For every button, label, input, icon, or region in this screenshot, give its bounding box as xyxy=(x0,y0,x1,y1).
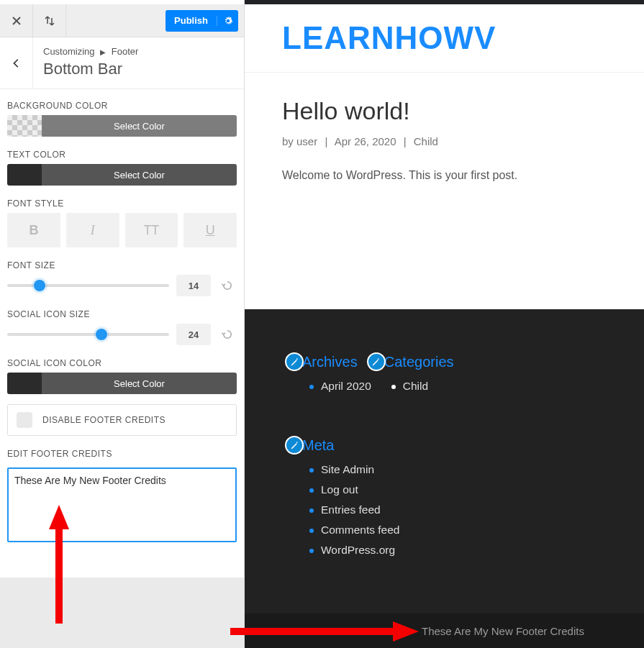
meta-widget: Meta Site AdminLog outEntries feedCommen… xyxy=(285,436,399,564)
breadcrumb-leaf: Footer xyxy=(112,46,139,57)
edit-credits-label: EDIT FOOTER CREDITS xyxy=(7,449,237,459)
close-icon xyxy=(11,15,22,27)
italic-button[interactable]: I xyxy=(66,213,119,247)
panel-footer-area xyxy=(0,578,244,648)
meta-by: by xyxy=(282,135,294,147)
meta-date: Apr 26, 2020 xyxy=(335,135,396,147)
close-button[interactable] xyxy=(0,4,33,37)
disable-credits-toggle[interactable]: DISABLE FOOTER CREDITS xyxy=(7,404,237,436)
swap-vert-icon xyxy=(44,15,55,27)
site-preview: LEARNHOWV Hello world! by user | Apr 26,… xyxy=(245,4,644,648)
list-item[interactable]: Entries feed xyxy=(309,503,399,516)
gear-icon[interactable] xyxy=(217,16,238,26)
footer-credits-input[interactable] xyxy=(7,467,237,542)
breadcrumb: Customizing ▶ Footer xyxy=(43,46,138,57)
list-item[interactable]: WordPress.org xyxy=(309,544,399,557)
text-color-label: TEXT COLOR xyxy=(7,150,237,160)
social-size-slider[interactable] xyxy=(7,327,169,342)
font-size-reset[interactable] xyxy=(218,279,237,292)
post-meta: by user | Apr 26, 2020 | Child xyxy=(282,135,644,147)
publish-label: Publish xyxy=(165,15,217,26)
list-item[interactable]: Log out xyxy=(309,483,399,496)
list-item[interactable]: April 2020 xyxy=(309,380,371,393)
font-style-label: FONT STYLE xyxy=(7,198,237,209)
text-select-color-button[interactable]: Select Color xyxy=(42,164,237,186)
pencil-icon xyxy=(290,357,299,367)
chevron-left-icon xyxy=(12,58,22,68)
back-button[interactable] xyxy=(0,37,33,88)
panel-header: Customizing ▶ Footer Bottom Bar xyxy=(0,37,244,89)
disable-credits-label: DISABLE FOOTER CREDITS xyxy=(42,415,165,425)
text-color-swatch xyxy=(7,164,42,186)
edit-widget-button[interactable] xyxy=(367,352,386,371)
underline-button[interactable]: U xyxy=(183,213,237,247)
social-size-value[interactable]: 24 xyxy=(176,324,211,345)
panel-topbar: Publish xyxy=(0,4,244,37)
edit-widget-button[interactable] xyxy=(285,352,304,371)
edit-widget-button[interactable] xyxy=(285,436,304,455)
footer-credits-output: These Are My New Footer Credits xyxy=(422,625,584,637)
archives-title: Archives xyxy=(302,354,358,370)
categories-title: Categories xyxy=(384,354,454,370)
archives-widget: Archives April 2020 xyxy=(285,352,371,400)
post-block: Hello world! by user | Apr 26, 2020 | Ch… xyxy=(245,73,644,182)
texttransform-button[interactable]: TT xyxy=(125,213,178,247)
font-size-slider[interactable] xyxy=(7,278,169,293)
social-color-label: SOCIAL ICON COLOR xyxy=(7,358,237,368)
undo-icon xyxy=(221,279,234,292)
meta-title: Meta xyxy=(302,437,334,454)
social-color-swatch xyxy=(7,373,42,394)
bg-color-control[interactable]: Select Color xyxy=(7,115,237,137)
categories-widget: Categories Child xyxy=(367,352,454,400)
post-title[interactable]: Hello world! xyxy=(282,97,644,125)
list-item[interactable]: Comments feed xyxy=(309,524,399,537)
font-style-group: B I TT U xyxy=(7,213,237,247)
bg-select-color-button[interactable]: Select Color xyxy=(42,115,237,137)
social-size-label: SOCIAL ICON SIZE xyxy=(7,309,237,319)
font-size-label: FONT SIZE xyxy=(7,260,237,270)
social-select-color-button[interactable]: Select Color xyxy=(42,373,237,394)
font-size-value[interactable]: 14 xyxy=(176,275,211,296)
text-color-control[interactable]: Select Color xyxy=(7,164,237,186)
panel-title: Bottom Bar xyxy=(43,60,138,78)
site-title[interactable]: LEARNHOWV xyxy=(245,4,644,72)
pencil-icon xyxy=(371,357,381,367)
footer-bottom-bar: These Are My New Footer Credits xyxy=(245,613,644,648)
undo-icon xyxy=(221,328,234,341)
site-footer: Archives April 2020 Categories Child Met… xyxy=(245,309,644,648)
chevron-right-icon: ▶ xyxy=(100,48,106,56)
post-body: Welcome to WordPress. This is your first… xyxy=(282,169,644,182)
list-item[interactable]: Child xyxy=(391,380,454,393)
meta-author-link[interactable]: user xyxy=(296,135,317,147)
checkbox-icon xyxy=(17,412,32,428)
publish-button[interactable]: Publish xyxy=(165,10,238,32)
bg-color-label: BACKGROUND COLOR xyxy=(7,101,237,111)
list-item[interactable]: Site Admin xyxy=(309,463,399,476)
controls-area: BACKGROUND COLOR Select Color TEXT COLOR… xyxy=(0,89,244,578)
breadcrumb-root: Customizing xyxy=(43,46,95,57)
bold-button[interactable]: B xyxy=(7,213,60,247)
social-color-control[interactable]: Select Color xyxy=(7,373,237,394)
pencil-icon xyxy=(290,441,299,450)
meta-category-link[interactable]: Child xyxy=(414,135,438,147)
customizer-panel: Publish Customizing ▶ Footer Bottom Bar xyxy=(0,0,245,648)
device-toggle-button[interactable] xyxy=(33,4,66,37)
social-size-reset[interactable] xyxy=(218,328,237,341)
bg-color-swatch xyxy=(7,115,42,137)
